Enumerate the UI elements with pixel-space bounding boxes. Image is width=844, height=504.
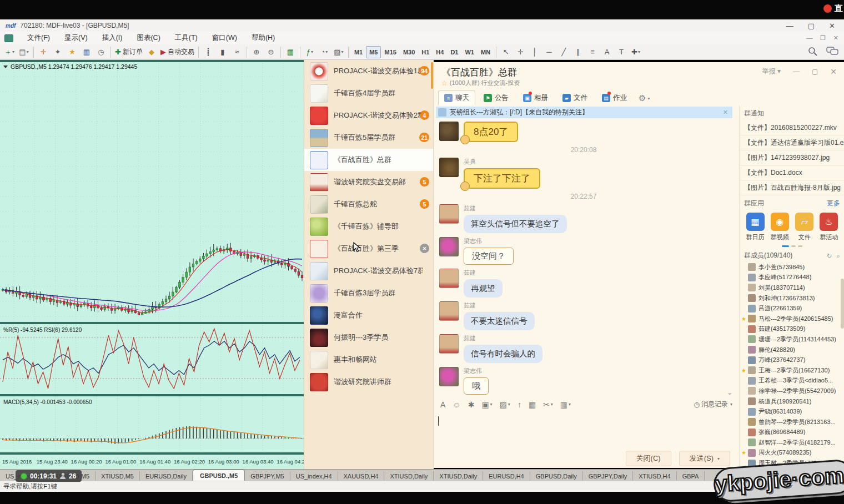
group-list-item[interactable]: 《百战百胜》总群 <box>304 149 434 171</box>
chart-tab[interactable]: EURUSD,Daily <box>140 471 193 481</box>
line-chart-button[interactable]: ≈ <box>230 46 244 58</box>
emoticon-icon[interactable]: ☺ <box>453 400 460 409</box>
chart-tab[interactable]: GBPA <box>677 471 705 481</box>
member-row[interactable]: 吕游(22661359) <box>740 303 844 314</box>
new-order-button[interactable]: ✚新订单 <box>113 46 144 58</box>
zoom-in-button[interactable]: ⊕ <box>249 46 264 58</box>
group-list-item[interactable]: PROJACK-谐波交易体验2群4 <box>304 104 434 127</box>
group-list-item[interactable]: PROJACK-谐波交易体验7群 <box>304 260 434 282</box>
chat-tab-文件[interactable]: ▰文件 <box>556 90 594 105</box>
sender-avatar[interactable] <box>439 301 459 321</box>
chart-tab[interactable]: XTIUSD,M5 <box>96 471 140 481</box>
metaeditor-button[interactable]: ◆ <box>144 46 159 58</box>
sidebar-scrollbar[interactable] <box>841 279 844 329</box>
sender-avatar[interactable] <box>439 122 459 141</box>
navigator-button[interactable]: ✦ <box>51 46 65 58</box>
cursor-tool[interactable]: ↖ <box>499 46 513 58</box>
more-link[interactable]: 更多 <box>827 199 840 208</box>
group-app-文件[interactable]: ▱文件 <box>793 213 816 241</box>
menu-item[interactable]: 图表(C) <box>129 34 167 42</box>
chart-tab[interactable]: XAUUSD,H4 <box>338 471 385 481</box>
gift-icon[interactable]: ▦ <box>529 400 536 409</box>
member-row[interactable]: 刘和坤(1736673813) <box>740 293 844 304</box>
sender-avatar[interactable] <box>439 158 459 177</box>
message-area[interactable]: 8点20了20:20:08吴典下注了下注了20:22:57茹建算空头信号但不要追… <box>434 118 739 397</box>
image-icon[interactable]: ▨▾ <box>500 400 510 409</box>
report-button[interactable]: 举报 ▾ <box>762 67 781 76</box>
pinned-notice-bar[interactable]: 英镑组长---方淑弘：[/:D]【来自我的特别关注】 ✕ <box>436 107 732 118</box>
refresh-icon[interactable]: ↻ <box>826 252 832 260</box>
chart-tab[interactable]: GBPJPY,Daily <box>583 471 634 481</box>
timeframe-M15[interactable]: M15 <box>381 46 399 58</box>
history-center-button[interactable]: ◷ <box>94 46 108 58</box>
chart-tab[interactable]: GBPUSD,Daily <box>530 471 583 481</box>
chat-maximize-button[interactable]: ▢ <box>812 68 818 75</box>
group-list-item[interactable]: 谐波研究院讲师群 <box>304 371 434 393</box>
group-app-群活动[interactable]: ♨群活动 <box>818 213 840 241</box>
menu-item[interactable]: 文件(F) <box>20 34 57 42</box>
close-button[interactable]: ✕ <box>829 22 835 30</box>
sender-avatar[interactable] <box>439 334 459 354</box>
maximize-button[interactable]: ▢ <box>808 22 815 30</box>
chat-minimize-button[interactable]: — <box>793 68 800 75</box>
tile-windows-button[interactable]: ▦ <box>283 46 298 58</box>
member-row[interactable]: 滕伦(428820) <box>740 345 844 355</box>
mdi-close-button[interactable]: ✕ <box>833 34 838 42</box>
file-send-icon[interactable]: ↑ <box>518 400 521 409</box>
group-app-群视频[interactable]: ◉群视频 <box>768 213 791 241</box>
group-notice-file[interactable]: 【文件】20160815200227.mkv <box>740 120 844 135</box>
group-list-item[interactable]: 千锤百炼3届学员群 <box>304 282 434 304</box>
timeframe-D1[interactable]: D1 <box>447 46 461 58</box>
member-row[interactable]: 杨道兵(190920541) <box>740 396 844 407</box>
profiles-button[interactable]: ▤▾ <box>17 46 31 58</box>
timeframe-M30[interactable]: M30 <box>400 46 418 58</box>
member-row[interactable]: 茹建(435173509) <box>740 324 844 335</box>
chart-tab[interactable]: GBPJPY,M5 <box>245 471 290 481</box>
menu-item[interactable]: 窗口(W) <box>205 34 244 42</box>
market-watch-button[interactable]: ✛ <box>36 46 51 58</box>
menu-item[interactable]: 工具(T) <box>168 34 205 42</box>
member-row[interactable]: ★马松---2季学员(420615485) <box>740 314 844 324</box>
chart-tab[interactable]: XTIUSD,Daily <box>434 471 483 481</box>
periods-button[interactable]: ◔▾ <box>317 46 331 58</box>
timeframe-H1[interactable]: H1 <box>418 46 433 58</box>
label-tool[interactable]: T <box>614 46 629 58</box>
data-window-button[interactable]: ▦ <box>79 46 94 58</box>
member-row[interactable]: 曾韵琴---2季学员(8213163... <box>740 417 844 427</box>
member-row[interactable]: 李应峰(517276448) <box>740 273 844 283</box>
timeframe-M1[interactable]: M1 <box>351 46 366 58</box>
chart-tab[interactable]: US_index,H4 <box>290 471 338 481</box>
timeframe-H4[interactable]: H4 <box>433 46 447 58</box>
group-list-item[interactable]: 漫富合作 <box>304 304 434 326</box>
shapes-tool[interactable]: ✚▾ <box>629 46 643 58</box>
font-icon[interactable]: A <box>440 400 445 409</box>
group-list-item[interactable]: 千锤百炼总舵5 <box>304 193 434 215</box>
member-row[interactable]: 珊珊---2季学员(1143144453) <box>740 334 844 345</box>
chat-tab-公告[interactable]: ⚑公告 <box>478 90 515 105</box>
indicators-button[interactable]: ƒ▾ <box>303 46 317 58</box>
window-shake-icon[interactable]: ✱ <box>468 400 475 409</box>
scroll-down-icon[interactable]: ⌄ <box>727 389 732 396</box>
sender-avatar[interactable] <box>439 269 459 288</box>
send-button[interactable]: 发送(S)▾ <box>679 451 730 466</box>
auto-trading-button[interactable]: ▶自动交易 <box>159 46 196 58</box>
sender-avatar[interactable] <box>439 367 459 386</box>
text-tool[interactable]: A <box>600 46 614 58</box>
chat-tab-相册[interactable]: ▣相册 <box>517 90 554 105</box>
group-notice-file[interactable]: 【文件】Doc1.docx <box>740 165 844 180</box>
star-icon[interactable]: ☆ <box>441 79 448 87</box>
chat-close-button[interactable]: ✕ <box>830 67 837 76</box>
sender-avatar[interactable] <box>439 237 459 256</box>
chart-tab[interactable]: GBPUSD.,M5 <box>193 470 245 481</box>
bar-chart-button[interactable]: ┋ <box>201 46 215 58</box>
cut-icon[interactable]: ✂▾ <box>543 400 553 409</box>
member-row[interactable]: 尹骁(86314039) <box>740 406 844 417</box>
chart-tab[interactable]: XTIUSD,H4 <box>633 471 676 481</box>
hline-tool[interactable]: ─ <box>542 46 556 58</box>
group-list-item[interactable]: 千锤百炼4届学员群 <box>304 82 434 104</box>
group-list-item[interactable]: 谐波研究院实盘交易部5 <box>304 171 434 193</box>
candlestick-button[interactable]: ▮ <box>215 46 230 58</box>
group-notice-file[interactable]: 【文件】通达信通赢版学习版01.exe <box>740 135 844 150</box>
member-row[interactable]: 万峰(237642737) <box>740 355 844 365</box>
message-input[interactable] <box>434 412 739 450</box>
